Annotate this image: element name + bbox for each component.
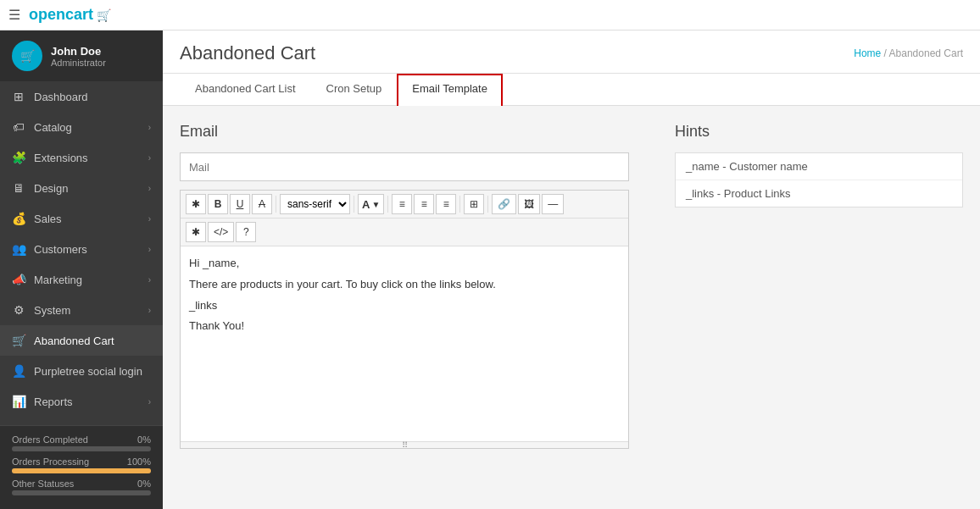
toolbar-help-btn[interactable]: ? xyxy=(236,222,256,242)
toolbar-align-btn[interactable]: ≡ xyxy=(436,194,456,214)
sidebar-item-left: 🏷 Catalog xyxy=(12,120,72,134)
content-area: Abandoned Cart Home / Abandoned Cart Aba… xyxy=(163,30,980,509)
toolbar-link-btn[interactable]: 🔗 xyxy=(492,194,516,214)
sidebar-item-purpletree[interactable]: 👤 Purpletree social login xyxy=(0,356,163,386)
avatar: 🛒 xyxy=(12,41,42,71)
stat-label: Orders Completed 0% xyxy=(12,434,151,445)
editor-toolbar-row2: ✱ </> ? xyxy=(181,219,628,246)
hints-title: Hints xyxy=(675,123,963,141)
email-section: Email ✱ B U A sans-serif A xyxy=(180,123,658,449)
design-icon: 🖥 xyxy=(12,181,25,195)
sidebar-item-left: 🧩 Extensions xyxy=(12,151,88,164)
logo: opencart 🛒 xyxy=(29,6,111,24)
editor-line: _links xyxy=(189,297,620,315)
sidebar-item-label: System xyxy=(34,304,70,317)
font-family-select[interactable]: sans-serif xyxy=(280,194,350,214)
logo-text: opencart xyxy=(29,6,93,24)
sidebar-item-left: 🛒 Abandoned Cart xyxy=(12,334,114,347)
toolbar-divider-2 xyxy=(354,196,354,213)
sidebar-item-label: Sales xyxy=(34,213,62,225)
sidebar-item-reports[interactable]: 📊 Reports › xyxy=(0,386,163,417)
toolbar-ol-btn[interactable]: ≡ xyxy=(414,194,434,214)
editor-line: There are products in your cart. To buy … xyxy=(189,276,620,294)
sidebar-item-label: Catalog xyxy=(34,121,72,134)
breadcrumb-current: Abandoned Cart xyxy=(889,47,963,59)
sidebar-item-extensions[interactable]: 🧩 Extensions › xyxy=(0,142,163,173)
chevron-right-icon: › xyxy=(148,153,151,163)
toolbar-bold-btn[interactable]: B xyxy=(208,194,228,214)
tab-email-template[interactable]: Email Template xyxy=(397,74,503,106)
toolbar-color-btn[interactable]: A ▼ xyxy=(358,194,384,214)
editor-container: ✱ B U A sans-serif A ▼ xyxy=(180,190,629,449)
page-header: Abandoned Cart Home / Abandoned Cart xyxy=(163,30,980,74)
chevron-right-icon: › xyxy=(148,123,151,132)
sidebar-item-design[interactable]: 🖥 Design › xyxy=(0,173,163,203)
toolbar-image-btn[interactable]: 🖼 xyxy=(518,194,540,214)
toolbar-table-btn[interactable]: ⊞ xyxy=(464,194,484,214)
stat-bar-bg xyxy=(12,468,151,473)
topbar: ☰ opencart 🛒 xyxy=(0,0,980,30)
hints-section: Hints _name - Customer name_links - Prod… xyxy=(675,123,963,449)
stat-row: Other Statuses 0% xyxy=(12,479,151,495)
email-section-title: Email xyxy=(180,123,658,141)
editor-resize-handle[interactable]: ⠿ xyxy=(181,441,628,448)
toolbar-divider-5 xyxy=(487,196,488,213)
toolbar-divider-1 xyxy=(276,196,276,213)
stat-value: 100% xyxy=(127,456,151,467)
toolbar-divider-3 xyxy=(387,196,388,213)
sidebar-item-left: 👥 Customers xyxy=(12,242,87,256)
editor-body[interactable]: Hi _name,There are products in your cart… xyxy=(181,246,628,441)
color-dropdown-arrow: ▼ xyxy=(371,200,380,209)
tab-abandoned-cart-list[interactable]: Abandoned Cart List xyxy=(180,74,311,105)
main-layout: 🛒 John Doe Administrator ⊞ Dashboard 🏷 C… xyxy=(0,30,980,509)
stat-label: Orders Processing 100% xyxy=(12,456,151,467)
sidebar-item-label: Purpletree social login xyxy=(34,365,142,378)
sidebar-item-dashboard[interactable]: ⊞ Dashboard xyxy=(0,81,163,112)
marketing-icon: 📣 xyxy=(12,273,25,286)
toolbar-strikethrough-btn[interactable]: A xyxy=(252,194,272,214)
mail-input[interactable] xyxy=(180,152,629,181)
sidebar-item-abandoned-cart[interactable]: 🛒 Abandoned Cart xyxy=(0,325,163,356)
sidebar-nav: ⊞ Dashboard 🏷 Catalog › 🧩 Extensions › 🖥… xyxy=(0,81,163,425)
sidebar-item-system[interactable]: ⚙ System › xyxy=(0,295,163,325)
stat-name: Other Statuses xyxy=(12,479,74,489)
sidebar-item-customers[interactable]: 👥 Customers › xyxy=(0,234,163,264)
extensions-icon: 🧩 xyxy=(12,151,25,164)
toolbar-magic-btn[interactable]: ✱ xyxy=(186,194,206,214)
stat-bar-bg xyxy=(12,446,151,451)
breadcrumb-home[interactable]: Home xyxy=(854,47,881,59)
toolbar-ul-btn[interactable]: ≡ xyxy=(392,194,412,214)
user-name: John Doe xyxy=(51,45,106,58)
chevron-right-icon: › xyxy=(148,184,151,193)
sidebar-item-left: ⊞ Dashboard xyxy=(12,90,88,103)
editor-line: Hi _name, xyxy=(189,255,620,273)
menu-toggle-icon[interactable]: ☰ xyxy=(8,7,20,23)
purpletree-icon: 👤 xyxy=(12,364,25,378)
sidebar-item-catalog[interactable]: 🏷 Catalog › xyxy=(0,112,163,142)
toolbar-html-btn[interactable]: </> xyxy=(208,222,234,242)
sidebar-item-left: 💰 Sales xyxy=(12,212,62,225)
hint-item: _name - Customer name xyxy=(676,153,962,180)
hint-item: _links - Product Links xyxy=(676,180,962,207)
page-title: Abandoned Cart xyxy=(180,42,315,64)
sidebar-item-left: 📣 Marketing xyxy=(12,273,82,286)
sidebar-stats: Orders Completed 0% Orders Processing 10… xyxy=(0,425,163,509)
tab-cron-setup[interactable]: Cron Setup xyxy=(311,74,398,105)
user-role: Administrator xyxy=(51,58,106,68)
sidebar-item-sales[interactable]: 💰 Sales › xyxy=(0,203,163,234)
toolbar-divider-4 xyxy=(459,196,460,213)
chevron-right-icon: › xyxy=(148,397,151,407)
abandoned-cart-icon: 🛒 xyxy=(12,334,25,347)
sidebar-item-label: Extensions xyxy=(34,152,88,164)
toolbar-underline-btn[interactable]: U xyxy=(230,194,250,214)
stat-name: Orders Processing xyxy=(12,456,89,467)
sidebar-item-marketing[interactable]: 📣 Marketing › xyxy=(0,264,163,295)
sidebar: 🛒 John Doe Administrator ⊞ Dashboard 🏷 C… xyxy=(0,30,163,509)
toolbar-hr-btn[interactable]: — xyxy=(542,194,564,214)
sales-icon: 💰 xyxy=(12,212,25,225)
sidebar-item-left: 📊 Reports xyxy=(12,395,73,408)
sidebar-item-label: Reports xyxy=(34,396,73,408)
toolbar-source-magic-btn[interactable]: ✱ xyxy=(186,222,206,242)
stat-bar-fill xyxy=(12,468,151,473)
stat-label: Other Statuses 0% xyxy=(12,479,151,489)
